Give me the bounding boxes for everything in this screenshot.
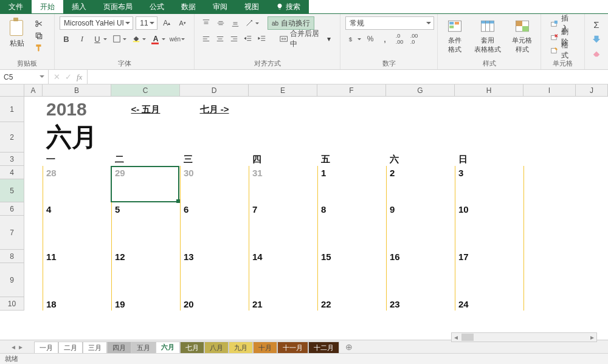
underline-button[interactable]: U — [91, 32, 108, 46]
orientation-button[interactable] — [243, 16, 260, 30]
percent-button[interactable]: % — [364, 32, 377, 46]
tab-data[interactable]: 数据 — [173, 0, 204, 13]
tab-layout[interactable]: 页面布局 — [95, 0, 141, 13]
col-header-J[interactable]: J — [576, 84, 608, 96]
col-header-A[interactable]: A — [24, 84, 43, 96]
svg-rect-42 — [522, 26, 529, 32]
col-header-D[interactable]: D — [180, 84, 249, 96]
fill-color-button[interactable] — [130, 32, 147, 46]
col-header-E[interactable]: E — [249, 84, 317, 96]
row-header-3[interactable]: 3 — [0, 153, 24, 166]
row-header-9[interactable]: 9 — [0, 263, 24, 297]
accounting-button[interactable]: $ — [345, 32, 362, 46]
inc-decimal-button[interactable]: .0.00 — [393, 32, 406, 46]
dec-decimal-button[interactable]: .00.0 — [407, 32, 421, 46]
name-box[interactable]: C5 — [0, 70, 49, 84]
row-header-8[interactable]: 8 — [0, 250, 24, 263]
sheet-tab-10[interactable]: 十一月 — [277, 342, 308, 354]
align-center-button[interactable] — [213, 32, 226, 46]
clear-button[interactable] — [590, 47, 603, 60]
row-header-4[interactable]: 4 — [0, 166, 24, 179]
col-header-B[interactable]: B — [43, 84, 111, 96]
rotate-icon — [245, 19, 254, 27]
font-size-combo[interactable]: 11 — [136, 16, 157, 30]
column-headers: ABCDEFGHIJ — [0, 84, 608, 97]
border-button[interactable] — [111, 32, 128, 46]
formula-input[interactable] — [88, 70, 608, 84]
prev-month-link[interactable]: <- 五月 — [111, 97, 180, 122]
autosum-button[interactable]: Σ — [590, 18, 603, 31]
indent-inc-button[interactable] — [255, 32, 268, 46]
merge-center-button[interactable]: 合并后居中 ▾ — [275, 32, 335, 46]
sheet-tab-4[interactable]: 五月 — [131, 342, 156, 354]
comma-button[interactable]: , — [378, 32, 392, 46]
cut-button[interactable] — [33, 19, 45, 29]
fx-button[interactable]: fx — [77, 72, 82, 82]
paste-icon — [7, 18, 27, 37]
col-header-G[interactable]: G — [386, 84, 455, 96]
sheet-tab-9[interactable]: 十月 — [253, 342, 277, 354]
select-all-corner[interactable] — [0, 84, 24, 96]
number-format-combo[interactable]: 常规 — [345, 16, 434, 30]
next-month-link[interactable]: 七月 -> — [180, 97, 249, 122]
align-left-button[interactable] — [199, 32, 212, 46]
row-header-2[interactable]: 2 — [0, 122, 24, 153]
enter-formula-button[interactable]: ✓ — [65, 72, 72, 81]
row-header-1[interactable]: 1 — [0, 97, 24, 122]
cal-w1-3: 31 — [249, 166, 317, 179]
bold-button[interactable]: B — [60, 32, 73, 46]
tab-nav-left[interactable]: ◂ — [12, 343, 15, 351]
cancel-formula-button[interactable]: ✕ — [54, 72, 60, 81]
shrink-font-button[interactable]: A▾ — [176, 16, 189, 30]
sheet-tab-1[interactable]: 二月 — [58, 342, 83, 354]
sheet-tab-5[interactable]: 六月 — [156, 342, 180, 354]
format-painter-button[interactable] — [33, 43, 45, 53]
font-name-combo[interactable]: Microsoft YaHei UI — [60, 16, 133, 30]
col-header-C[interactable]: C — [111, 84, 180, 96]
align-top-icon — [202, 19, 210, 27]
tab-search[interactable]: 搜索 — [268, 0, 309, 13]
phonetic-button[interactable]: wén — [169, 32, 186, 46]
row-header-6[interactable]: 6 — [0, 202, 24, 216]
col-header-F[interactable]: F — [317, 84, 386, 96]
tab-nav-right[interactable]: ▸ — [19, 343, 22, 351]
sheet-tab-3[interactable]: 四月 — [107, 342, 131, 354]
sheet-tab-2[interactable]: 三月 — [83, 342, 107, 354]
font-color-button[interactable]: A — [150, 32, 167, 46]
copy-button[interactable] — [33, 31, 45, 41]
align-left-icon — [202, 35, 210, 43]
wrap-text-button[interactable]: ab自动换行 — [268, 16, 314, 30]
tab-file[interactable]: 文件 — [0, 0, 32, 13]
col-header-H[interactable]: H — [455, 84, 523, 96]
h-scrollbar[interactable]: ◂▸ — [451, 332, 597, 342]
row-header-10[interactable]: 10 — [0, 297, 24, 311]
format-cells-button[interactable]: 格式 — [546, 44, 579, 57]
sheet-tab-7[interactable]: 八月 — [204, 342, 229, 354]
fill-button[interactable] — [590, 32, 603, 46]
cal-w3-1: 12 — [111, 250, 180, 263]
cal-w3-6: 17 — [455, 250, 523, 263]
align-middle-button[interactable] — [214, 16, 227, 30]
sheet-tab-8[interactable]: 九月 — [229, 342, 253, 354]
cal-w2-2: 6 — [180, 202, 249, 216]
tab-insert[interactable]: 插入 — [63, 0, 95, 13]
border-icon — [112, 35, 121, 43]
indent-dec-button[interactable] — [241, 32, 254, 46]
tab-home[interactable]: 开始 — [32, 0, 63, 13]
align-top-button[interactable] — [199, 16, 213, 30]
grow-font-button[interactable]: A▴ — [160, 16, 173, 30]
sheet-tab-0[interactable]: 一月 — [34, 342, 58, 354]
row-header-7[interactable]: 7 — [0, 216, 24, 250]
row-header-5[interactable]: 5 — [0, 179, 24, 202]
col-header-I[interactable]: I — [523, 84, 576, 96]
sheet-tab-11[interactable]: 十二月 — [308, 342, 339, 354]
add-sheet-button[interactable]: ⊕ — [343, 341, 355, 353]
tab-review[interactable]: 审阅 — [204, 0, 236, 13]
sheet-tab-6[interactable]: 七月 — [180, 342, 204, 354]
tab-view[interactable]: 视图 — [236, 0, 268, 13]
italic-button[interactable]: I — [75, 32, 89, 46]
align-right-button[interactable] — [227, 32, 240, 46]
worksheet[interactable]: 2018<- 五月七月 ->六月一二三四五六日28293031123456789… — [24, 97, 608, 311]
tab-formula[interactable]: 公式 — [141, 0, 173, 13]
align-bottom-button[interactable] — [229, 16, 242, 30]
